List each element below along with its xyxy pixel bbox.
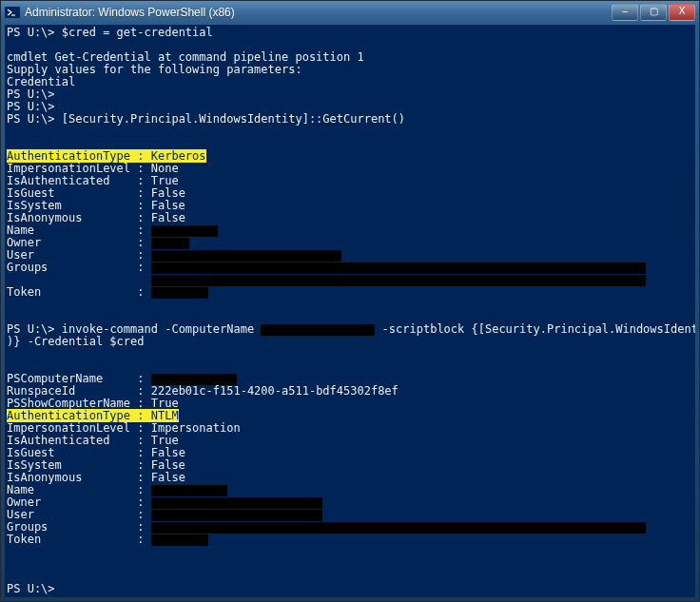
command-text: invoke-command -ComputerName: [62, 322, 254, 336]
redacted-value: [151, 374, 237, 385]
output-label: IsAuthenticated: [7, 434, 109, 447]
output-value: Impersonation: [151, 421, 241, 435]
console-area[interactable]: PS U:\> $cred = get-credential cmdlet Ge…: [5, 25, 695, 597]
output-label: PSShowComputerName: [7, 397, 130, 410]
command-text: )} -Credential $cred: [7, 335, 145, 348]
output-value: False: [151, 446, 185, 459]
prompt: PS U:\>: [7, 26, 55, 39]
highlighted-text: AuthenticationType : NTLM: [7, 409, 179, 422]
command-text: [Security.Principal.WindowsIdentity]::Ge…: [62, 112, 405, 126]
output-label: IsAnonymous: [7, 471, 82, 484]
output-label: Token: [7, 533, 41, 546]
output-value: True: [151, 174, 179, 187]
output-label: PSComputerName: [7, 372, 103, 385]
redacted-value: [151, 262, 646, 274]
redacted-value: [151, 238, 189, 249]
close-button[interactable]: X: [669, 4, 695, 21]
output-value: False: [151, 199, 185, 212]
output-value: False: [151, 458, 185, 472]
minimize-button[interactable]: –: [612, 4, 638, 21]
output-value: True: [151, 397, 179, 410]
output-label: Owner: [7, 236, 41, 249]
output-label: IsAnonymous: [7, 211, 82, 224]
redacted-value: [151, 510, 322, 521]
output-text: Supply values for the following paramete…: [7, 63, 302, 76]
command-text: $cred = get-credential: [62, 26, 213, 39]
window-title: Administrator: Windows PowerShell (x86): [25, 6, 612, 19]
command-text: -scriptblock {[Security.Principal.Window…: [382, 322, 695, 336]
output-value: False: [151, 471, 185, 484]
output-value: False: [151, 211, 185, 224]
redacted-value: [151, 250, 341, 262]
redacted-value: [151, 497, 322, 509]
output-value: False: [151, 186, 185, 200]
powershell-icon: [5, 5, 20, 20]
redacted-value: [151, 522, 646, 534]
output-text: Credential: [7, 75, 75, 88]
window-controls: – ▢ X: [612, 4, 695, 21]
redacted-value: [261, 324, 375, 336]
output-label: Groups: [7, 520, 48, 534]
output-text: cmdlet Get-Credential at command pipelin…: [7, 50, 364, 64]
output-label: IsGuest: [7, 186, 55, 200]
redacted-value: [151, 534, 208, 546]
redacted-value: [151, 225, 218, 237]
prompt: PS U:\>: [7, 322, 55, 336]
titlebar[interactable]: Administrator: Windows PowerShell (x86) …: [1, 1, 699, 24]
output-label: RunspaceId: [7, 384, 75, 398]
output-value: None: [151, 162, 179, 175]
console-output: PS U:\> $cred = get-credential cmdlet Ge…: [5, 25, 695, 597]
redacted-value: [151, 287, 208, 299]
output-label: Owner: [7, 495, 41, 509]
output-label: Name: [7, 223, 34, 237]
prompt: PS U:\>: [7, 100, 55, 113]
output-label: User: [7, 508, 34, 521]
prompt: PS U:\>: [7, 582, 55, 595]
output-label: IsGuest: [7, 446, 55, 459]
output-label: IsSystem: [7, 458, 62, 472]
redacted-value: [151, 485, 227, 496]
highlighted-text: AuthenticationType : Kerberos: [7, 149, 206, 163]
output-label: User: [7, 248, 34, 262]
prompt: PS U:\>: [7, 112, 55, 126]
prompt: PS U:\>: [7, 87, 55, 101]
redacted-value: [151, 275, 646, 286]
output-value: 222eb01c-f151-4200-a511-bdf45302f8ef: [151, 384, 399, 398]
output-label: Name: [7, 483, 34, 496]
output-label: Groups: [7, 261, 48, 274]
powershell-window: Administrator: Windows PowerShell (x86) …: [0, 0, 700, 602]
output-value: True: [151, 434, 179, 447]
output-label: IsSystem: [7, 199, 62, 212]
output-label: ImpersonationLevel: [7, 162, 130, 175]
output-label: IsAuthenticated: [7, 174, 109, 187]
output-label: ImpersonationLevel: [7, 421, 130, 435]
maximize-button[interactable]: ▢: [640, 4, 667, 21]
output-label: Token: [7, 285, 41, 299]
